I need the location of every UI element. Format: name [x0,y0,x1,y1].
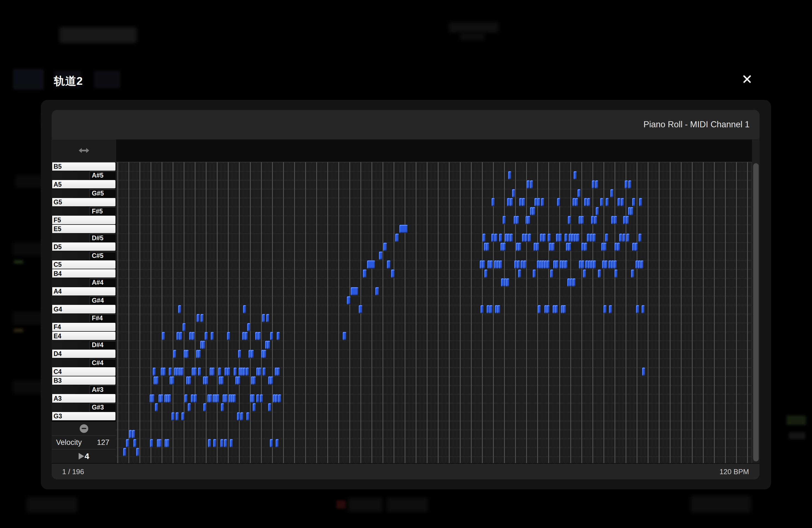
midi-note[interactable] [489,305,492,313]
midi-note[interactable] [626,234,629,242]
midi-note[interactable] [260,394,263,402]
midi-note[interactable] [168,394,171,402]
midi-note[interactable] [132,430,135,438]
midi-note[interactable] [205,377,208,385]
midi-note[interactable] [126,439,129,448]
midi-note[interactable] [136,448,139,456]
midi-note[interactable] [246,368,249,376]
midi-note[interactable] [198,350,201,358]
piano-key-A4[interactable]: A4 [52,287,116,296]
midi-note[interactable] [172,412,175,421]
midi-note[interactable] [604,243,607,251]
midi-note[interactable] [251,350,254,358]
midi-note[interactable] [216,394,219,402]
midi-note[interactable] [150,439,153,448]
midi-note[interactable] [522,198,525,206]
midi-note[interactable] [208,439,211,448]
midi-note[interactable] [541,198,544,206]
midi-note[interactable] [163,368,166,376]
midi-note[interactable] [568,216,571,224]
midi-note[interactable] [632,198,635,206]
midi-note[interactable] [596,207,599,216]
midi-note[interactable] [270,439,273,448]
midi-note[interactable] [640,260,643,269]
midi-note[interactable] [631,269,634,278]
midi-note[interactable] [576,234,579,242]
midi-note[interactable] [508,171,511,179]
midi-note[interactable] [568,243,571,251]
midi-note[interactable] [238,350,241,358]
midi-note[interactable] [516,216,519,224]
horizontal-zoom-cell[interactable] [52,140,116,162]
midi-note[interactable] [606,198,609,206]
midi-note[interactable] [636,305,639,313]
piano-key-C#4[interactable]: C#4 [52,358,116,367]
piano-key-A5[interactable]: A5 [52,180,116,189]
midi-note[interactable] [379,252,382,260]
midi-note[interactable] [595,180,598,189]
midi-note[interactable] [176,412,179,421]
piano-key-A3[interactable]: A3 [52,394,116,403]
midi-note[interactable] [253,377,256,385]
midi-note[interactable] [559,234,562,242]
midi-note[interactable] [367,260,375,269]
midi-note[interactable] [267,341,270,349]
midi-note[interactable] [156,377,159,385]
midi-note[interactable] [482,234,485,242]
midi-note[interactable] [275,394,278,402]
midi-note[interactable] [497,305,500,313]
midi-note[interactable] [610,189,613,197]
midi-note[interactable] [234,368,237,376]
midi-note[interactable] [583,269,586,278]
midi-note[interactable] [218,368,221,376]
close-button[interactable] [741,73,753,85]
piano-key-G#5[interactable]: G#5 [52,189,116,198]
midi-note[interactable] [574,171,577,179]
midi-note[interactable] [230,439,233,448]
midi-note[interactable] [523,260,526,269]
midi-note[interactable] [258,368,261,376]
midi-note[interactable] [630,207,633,216]
midi-note[interactable] [192,332,195,340]
midi-note[interactable] [491,234,494,242]
midi-note[interactable] [532,207,535,216]
midi-note[interactable] [537,198,540,206]
piano-key-A#5[interactable]: A#5 [52,171,116,180]
midi-note[interactable] [593,260,596,269]
piano-key-G3[interactable]: G3 [52,412,116,421]
midi-note[interactable] [510,234,513,242]
midi-note[interactable] [614,216,617,224]
midi-note[interactable] [482,260,485,269]
midi-note[interactable] [243,368,246,376]
midi-note[interactable] [224,394,228,402]
midi-note[interactable] [173,350,176,358]
midi-note[interactable] [555,260,559,269]
piano-key-B4[interactable]: B4 [52,269,116,278]
midi-note[interactable] [153,368,156,376]
midi-note[interactable] [518,243,521,251]
piano-key-C#5[interactable]: C#5 [52,251,116,260]
midi-note[interactable] [211,332,214,340]
midi-note[interactable] [548,234,551,242]
midi-note[interactable] [503,243,506,251]
piano-key-G4[interactable]: G4 [52,305,116,314]
midi-note[interactable] [243,305,246,313]
midi-note[interactable] [262,314,265,322]
midi-note[interactable] [203,403,206,411]
midi-note[interactable] [492,198,495,206]
midi-note[interactable] [266,314,269,322]
midi-note[interactable] [565,234,568,242]
midi-note[interactable] [621,198,624,206]
midi-note[interactable] [604,305,607,313]
piano-key-G5[interactable]: G5 [52,198,116,207]
midi-note[interactable] [197,314,200,322]
midi-note[interactable] [263,368,266,376]
midi-note[interactable] [169,368,172,376]
midi-note[interactable] [277,332,280,340]
midi-note[interactable] [619,234,622,242]
midi-note[interactable] [592,180,595,189]
midi-note[interactable] [182,412,185,421]
midi-note[interactable] [224,439,227,448]
midi-note[interactable] [481,305,483,313]
piano-key-E5[interactable]: E5 [52,224,116,233]
